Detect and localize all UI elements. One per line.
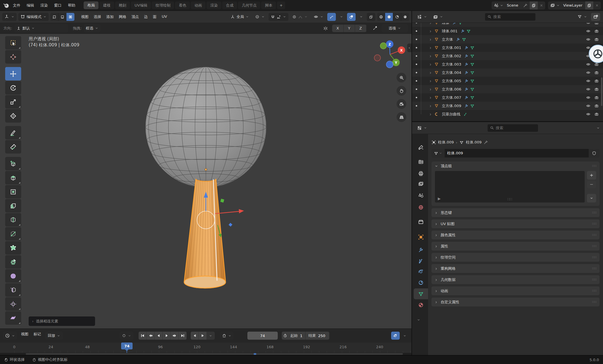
loop-cut-tool-button[interactable] — [5, 213, 21, 227]
panel-grip[interactable]: ∷∷ — [592, 255, 597, 259]
panel-grip[interactable]: ∷∷ — [592, 289, 597, 293]
transform-orientation-select[interactable]: 全局 — [228, 13, 251, 21]
workspace-tab-渲染[interactable]: 渲染 — [206, 1, 221, 9]
new-collection-button[interactable] — [591, 13, 600, 21]
bevel-tool-button[interactable] — [5, 199, 21, 213]
overlays-dropdown[interactable] — [357, 13, 365, 21]
jump-to-start-button[interactable] — [139, 332, 147, 340]
expand-chevron-icon[interactable] — [429, 29, 432, 33]
scene-name[interactable]: Scene — [506, 3, 521, 7]
workspace-tab-建模[interactable]: 建模 — [99, 1, 114, 9]
timeline-editor-type-button[interactable] — [3, 332, 17, 340]
breadcrumb-data[interactable]: 柱体.009 — [466, 140, 482, 145]
expand-chevron-icon[interactable] — [429, 46, 432, 50]
expand-chevron-icon[interactable] — [429, 54, 432, 58]
workspace-tab-合成[interactable]: 合成 — [222, 1, 237, 9]
play-reverse-button[interactable] — [155, 332, 163, 340]
cursor-tool-button[interactable] — [5, 50, 21, 64]
hide-eye-icon[interactable] — [586, 23, 591, 25]
frame-step-dropdown[interactable] — [207, 332, 215, 340]
panel-UV 贴图[interactable]: UV 贴图∷∷ — [431, 219, 600, 228]
tool-tab-button[interactable] — [414, 142, 427, 153]
disable-render-camera-icon[interactable] — [594, 23, 599, 25]
topbar-menu-4[interactable]: 帮助 — [65, 2, 78, 9]
panel-grip[interactable]: ∷∷ — [592, 300, 597, 304]
viewport-menu-5[interactable]: 边 — [141, 14, 150, 19]
play-button[interactable] — [163, 332, 171, 340]
viewport-menu-6[interactable]: 面 — [150, 14, 159, 19]
outliner-editor-type-button[interactable] — [415, 13, 429, 21]
new-scene-button[interactable] — [530, 1, 538, 9]
shear-tool-button[interactable] — [5, 311, 21, 325]
object-name[interactable]: 贝塞尔曲线 — [442, 112, 460, 117]
hide-eye-icon[interactable] — [586, 112, 591, 117]
object-name[interactable]: 立方体.004 — [442, 70, 461, 75]
mode-select[interactable]: 编辑模式 — [18, 13, 49, 21]
outliner-row-立方体[interactable]: 立方体 — [412, 35, 603, 44]
playhead[interactable]: 74 — [121, 343, 133, 349]
workspace-tab-雕刻[interactable]: 雕刻 — [115, 1, 130, 9]
workspace-tab-动画[interactable]: 动画 — [191, 1, 206, 9]
panel-动画[interactable]: 动画∷∷ — [431, 286, 600, 295]
panel-自定义属性[interactable]: 自定义属性∷∷ — [431, 298, 600, 306]
outliner-row-立方体.006[interactable]: 立方体.006 — [412, 85, 603, 93]
outliner-row-球体.001[interactable]: 球体.001 — [412, 27, 603, 35]
shrink-fatten-tool-button[interactable] — [5, 297, 21, 311]
panel-属性[interactable]: 属性∷∷ — [431, 242, 600, 251]
viewport-menu-1[interactable]: 选择 — [91, 14, 104, 19]
hide-eye-icon[interactable] — [586, 78, 591, 83]
outliner-row-贝塞尔曲线[interactable]: 贝塞尔曲线 — [412, 110, 603, 118]
outliner-row-立方体.002[interactable]: 立方体.002 — [412, 52, 603, 60]
visibility-dropdown[interactable] — [312, 13, 326, 21]
constraints-tab-button[interactable] — [414, 277, 427, 288]
scene-3d-view[interactable]: Z X Y — [0, 34, 411, 328]
expand-chevron-icon[interactable] — [429, 79, 432, 83]
vertex-group-specials-button[interactable] — [587, 194, 596, 202]
panel-grip[interactable]: ∷∷ — [592, 233, 597, 237]
object-name[interactable]: 立方体.007 — [442, 95, 461, 100]
knife-tool-button[interactable] — [5, 227, 21, 241]
viewport-menu-2[interactable]: 添加 — [104, 14, 116, 19]
transform-tool-button[interactable] — [5, 109, 21, 123]
edge-select-mode-button[interactable] — [58, 13, 66, 21]
zoom-button[interactable] — [397, 73, 406, 82]
extrude-tool-button[interactable] — [5, 171, 21, 184]
scene-selector[interactable]: Scene — [492, 1, 545, 9]
expand-chevron-icon[interactable] — [429, 95, 432, 100]
frame-back-button[interactable] — [191, 332, 199, 340]
select-box-tool-button[interactable] — [5, 36, 21, 50]
poly-build-tool-button[interactable] — [5, 241, 21, 255]
object-tab-button[interactable] — [414, 232, 427, 243]
delete-view-layer-button[interactable] — [593, 1, 601, 9]
add-vertex-group-button[interactable] — [587, 171, 596, 180]
object-name[interactable]: 立方体.009 — [442, 103, 461, 109]
disable-render-camera-icon[interactable] — [594, 87, 599, 92]
outliner-search-input[interactable]: 搜索 — [485, 13, 535, 21]
prev-keyframe-button[interactable] — [147, 332, 155, 340]
jump-to-end-button[interactable] — [179, 332, 187, 340]
output-tab-button[interactable] — [414, 168, 427, 179]
current-frame-field[interactable]: 74 — [247, 332, 278, 340]
workspace-tab-脚本[interactable]: 脚本 — [261, 1, 276, 9]
mirror-axis-x-button[interactable]: X — [332, 25, 344, 32]
outliner-row-立方体.009[interactable]: 立方体.009 — [412, 102, 603, 110]
outliner-scrollbar[interactable] — [601, 77, 602, 106]
list-resize-grip[interactable]: ∷∷ — [507, 197, 512, 201]
hide-eye-icon[interactable] — [586, 37, 591, 42]
playback-sync-dropdown[interactable] — [401, 332, 409, 340]
sidebar-collapse-arrow[interactable]: ‹ — [407, 44, 411, 52]
panel-grip[interactable]: ∷∷ — [592, 211, 597, 215]
hide-eye-icon[interactable] — [586, 62, 591, 67]
list-expand-arrow[interactable]: ▶ — [438, 196, 441, 201]
viewport-menu-3[interactable]: 网格 — [116, 14, 129, 19]
topbar-menu-2[interactable]: 渲染 — [37, 2, 51, 9]
topbar-menu-0[interactable]: 文件 — [10, 2, 23, 9]
expand-chevron-icon[interactable] — [429, 37, 432, 42]
object-name[interactable]: 立方体.005 — [442, 78, 461, 84]
expand-chevron-icon[interactable] — [429, 70, 432, 75]
workspace-tab-UV编辑[interactable]: UV编辑 — [131, 1, 151, 9]
next-keyframe-button[interactable] — [171, 332, 179, 340]
expand-chevron-icon[interactable] — [429, 23, 432, 25]
expand-chevron-icon[interactable] — [429, 104, 432, 108]
spin-tool-button[interactable] — [5, 255, 21, 269]
